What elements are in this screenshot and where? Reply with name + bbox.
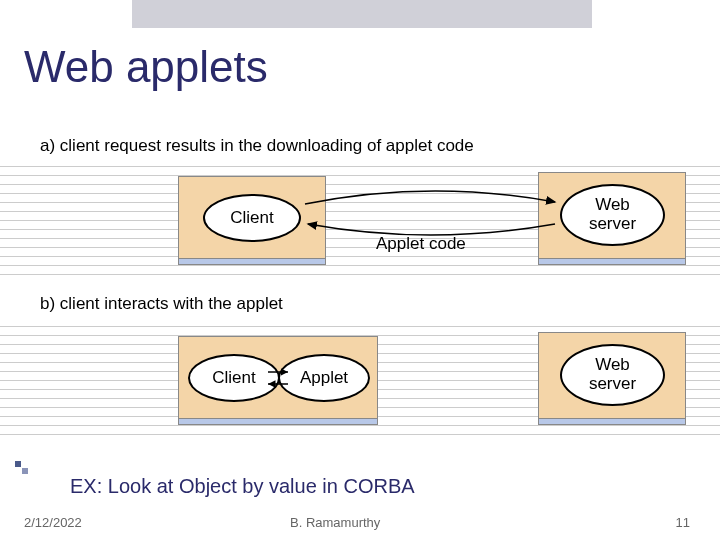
corner-decoration bbox=[14, 460, 32, 478]
caption-a: a) client request results in the downloa… bbox=[40, 136, 474, 156]
decorative-topbar bbox=[132, 0, 592, 28]
applet-label: Applet bbox=[300, 368, 348, 388]
webserver-ellipse-a: Web server bbox=[560, 184, 665, 246]
svg-rect-3 bbox=[22, 468, 28, 474]
slide-title: Web applets bbox=[24, 42, 268, 92]
webserver-box-b-shadow bbox=[538, 418, 686, 425]
svg-rect-2 bbox=[15, 461, 21, 467]
client-box-shadow bbox=[178, 258, 326, 265]
caption-b: b) client interacts with the applet bbox=[40, 294, 283, 314]
arrows-b-inner bbox=[264, 366, 294, 394]
webserver-box-a-shadow bbox=[538, 258, 686, 265]
web-label-b1: Web bbox=[595, 356, 630, 375]
example-line: EX: Look at Object by value in CORBA bbox=[70, 475, 415, 498]
client-ellipse: Client bbox=[203, 194, 301, 242]
footer-author: B. Ramamurthy bbox=[290, 515, 380, 530]
arrows-a bbox=[300, 184, 560, 254]
footer-page: 11 bbox=[676, 515, 690, 530]
client-label: Client bbox=[230, 208, 273, 228]
client-applet-box-shadow bbox=[178, 418, 378, 425]
web-label-b2: server bbox=[589, 375, 636, 394]
footer-date: 2/12/2022 bbox=[24, 515, 82, 530]
diagram-a: Client Web server Applet code bbox=[0, 166, 720, 276]
web-label-a1: Web bbox=[595, 196, 630, 215]
diagram-b: Client Applet Web server bbox=[0, 326, 720, 436]
webserver-ellipse-b: Web server bbox=[560, 344, 665, 406]
client-label-b: Client bbox=[212, 368, 255, 388]
web-label-a2: server bbox=[589, 215, 636, 234]
